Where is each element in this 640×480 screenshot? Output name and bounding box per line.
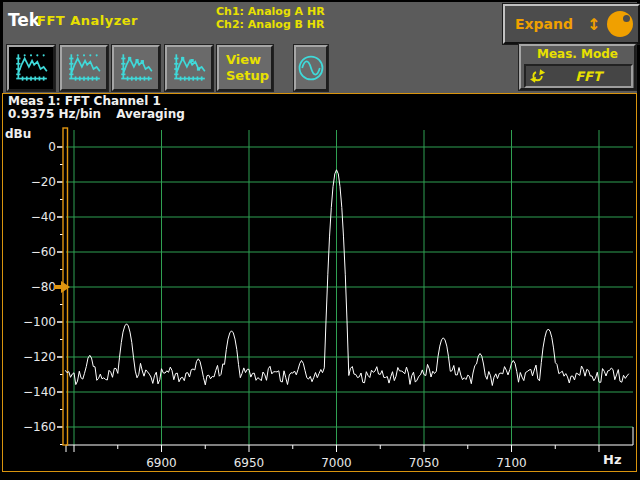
sine-wave-icon <box>296 53 326 83</box>
rotary-knob-icon <box>607 11 633 37</box>
up-down-arrow-icon: ↕ <box>587 15 600 34</box>
measurement-title: Meas 1: FFT Channel 1 <box>8 94 161 108</box>
channel-2-label: Ch2: Analog B HR <box>216 18 325 31</box>
view-setup-label-line1: View <box>226 52 261 68</box>
x-tick-label: 7050 <box>409 456 440 470</box>
y-unit-label: dBu <box>5 127 31 141</box>
view-button-2[interactable] <box>60 45 108 91</box>
y-tick-label: −20 <box>31 175 56 189</box>
y-tick-label: −100 <box>23 315 56 329</box>
tek-logo: Tek <box>8 10 40 30</box>
meas-mode-panel: Meas. Mode FFT <box>519 44 636 90</box>
sine-source-button[interactable] <box>294 45 328 91</box>
meas-mode-value: FFT <box>546 69 631 84</box>
y-tick-label: −60 <box>31 245 56 259</box>
view-setup-button[interactable]: View Setup <box>217 45 273 91</box>
view-button-1[interactable] <box>7 45 55 91</box>
y-tick-label: 0 <box>48 140 56 154</box>
x-tick-label: 7000 <box>321 456 352 470</box>
meas-mode-selector[interactable]: FFT <box>524 64 633 88</box>
spectrum-plot-markers-icon <box>117 52 155 84</box>
y-tick-label: −120 <box>23 350 56 364</box>
spectrum-plot-icon <box>12 52 50 84</box>
fft-analyzer-app: Meas 1: FFT Channel 1 0.9375 Hz/binAvera… <box>0 0 640 480</box>
spectrum-plot-icon <box>65 52 103 84</box>
measurement-info: 0.9375 Hz/binAveraging <box>8 107 185 121</box>
bin-resolution-label: 0.9375 Hz/bin <box>8 107 101 121</box>
x-tick-label: 6950 <box>234 456 265 470</box>
expand-button[interactable]: Expand ↕ <box>503 4 640 44</box>
x-tick-label: 6900 <box>146 456 177 470</box>
y-tick-label: −40 <box>31 210 56 224</box>
top-bar: Tek FFT Analyzer Ch1: Analog A HR Ch2: A… <box>3 2 637 93</box>
x-tick-label: 7100 <box>496 456 527 470</box>
averaging-label: Averaging <box>116 107 185 121</box>
channel-info: Ch1: Analog A HR Ch2: Analog B HR <box>216 5 325 31</box>
view-setup-label-line2: Setup <box>226 68 269 84</box>
y-tick-label: −140 <box>23 385 56 399</box>
expand-label: Expand <box>515 16 573 32</box>
spectrum-plot-markers-icon <box>170 52 208 84</box>
app-title: FFT Analyzer <box>37 13 138 28</box>
channel-1-label: Ch1: Analog A HR <box>216 5 325 18</box>
x-unit-label: Hz <box>603 452 621 467</box>
view-button-4[interactable] <box>165 45 213 91</box>
cycle-arrows-icon <box>530 69 546 83</box>
meas-mode-title: Meas. Mode <box>521 47 634 61</box>
fft-trace <box>65 170 629 386</box>
y-tick-label: −80 <box>31 280 56 294</box>
y-tick-label: −160 <box>23 420 56 434</box>
view-button-3[interactable] <box>112 45 160 91</box>
